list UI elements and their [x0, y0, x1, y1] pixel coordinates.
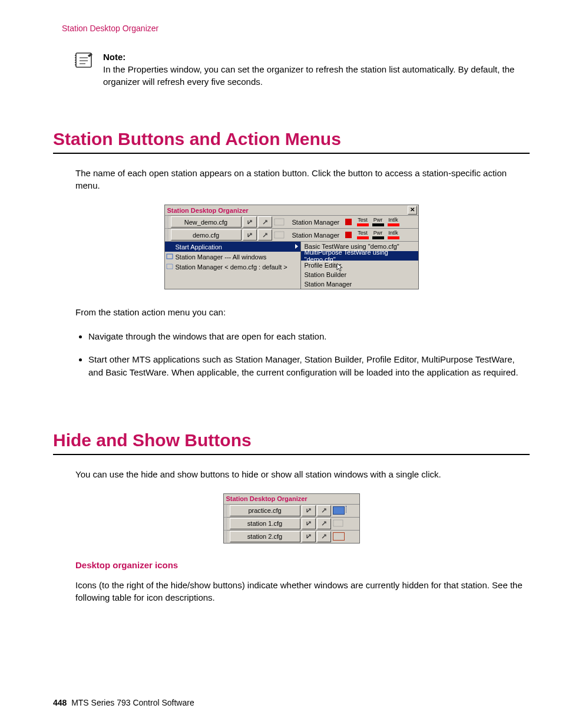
heading-station-buttons: Station Buttons and Action Menus: [53, 129, 530, 154]
menu-start-application[interactable]: Start Application: [165, 242, 300, 252]
windows-status-icon: [273, 230, 286, 240]
indicator-pwr: Pwr: [371, 230, 386, 239]
stop-icon: [345, 232, 352, 238]
show-button[interactable]: [317, 505, 331, 516]
list-item: Navigate through the windows that are op…: [88, 330, 530, 344]
show-button[interactable]: [317, 518, 331, 529]
station-button[interactable]: station 2.cfg: [230, 531, 300, 542]
hide-button[interactable]: [302, 531, 316, 542]
station-button[interactable]: station 1.cfg: [230, 518, 300, 529]
indicator-pwr: Pwr: [371, 218, 386, 226]
station-button[interactable]: demo.cfg: [171, 229, 242, 241]
section1-bullets: Navigate through the windows that are op…: [75, 330, 530, 380]
windows-visible-icon: [332, 506, 345, 516]
hide-button[interactable]: [243, 216, 257, 228]
window-title: Station Desktop Organizer: [225, 495, 308, 502]
status-label: Station Manager: [292, 219, 345, 226]
running-header: Station Desktop Organizer: [62, 24, 530, 33]
windows-hidden-icon: [332, 519, 345, 529]
hide-button[interactable]: [302, 505, 316, 516]
grip-handle[interactable]: [165, 229, 169, 241]
grip-handle[interactable]: [224, 518, 228, 530]
page-footer: 448 MTS Series 793 Control Software: [53, 698, 194, 707]
windows-status-icon: [273, 217, 286, 227]
sub-heading-icons: Desktop organizer icons: [75, 560, 530, 570]
screenshot-organizer-menu: Station Desktop Organizer ✕ New_demo.cfg…: [53, 205, 530, 289]
show-button[interactable]: [258, 216, 272, 228]
indicator-test: Test: [355, 230, 371, 239]
indicator-intlk: Intlk: [386, 230, 401, 239]
show-button[interactable]: [258, 229, 272, 241]
windows-mixed-icon: [332, 532, 345, 542]
stop-icon: [345, 219, 352, 225]
grip-handle[interactable]: [165, 216, 169, 228]
show-button[interactable]: [317, 531, 331, 542]
section1-intro: The name of each open station appears on…: [75, 167, 530, 192]
note-block: Note: In the Properties window, you can …: [74, 51, 530, 88]
submenu-multipurpose-testware[interactable]: MultiPurpose TestWare using "demo.cfg": [301, 251, 418, 261]
list-item: Start other MTS applications such as Sta…: [88, 353, 530, 380]
menu-station-manager-all[interactable]: Station Manager --- All windows: [165, 252, 300, 262]
section2-intro: You can use the hide and show buttons to…: [75, 468, 530, 480]
note-label: Note:: [103, 52, 125, 62]
section2-body: Icons (to the right of the hide/show but…: [75, 579, 530, 604]
hide-button[interactable]: [302, 518, 316, 529]
svg-rect-9: [333, 520, 343, 526]
station-button[interactable]: practice.cfg: [230, 505, 300, 516]
svg-rect-6: [275, 232, 284, 238]
indicator-test: Test: [355, 218, 371, 226]
status-label: Station Manager: [292, 232, 345, 239]
window-title: Station Desktop Organizer: [166, 207, 249, 214]
grip-handle[interactable]: [224, 505, 228, 517]
station-button[interactable]: New_demo.cfg: [171, 216, 242, 228]
note-icon: [74, 51, 95, 88]
svg-rect-5: [275, 219, 284, 225]
hide-button[interactable]: [243, 229, 257, 241]
screenshot-organizer-hideshow: Station Desktop Organizer practice.cfg s…: [53, 493, 530, 543]
svg-rect-7: [167, 254, 173, 259]
indicator-intlk: Intlk: [386, 218, 401, 226]
note-body: In the Properties window, you can set th…: [103, 64, 514, 87]
cursor-icon: [336, 263, 343, 272]
close-icon[interactable]: ✕: [408, 206, 417, 215]
submenu-station-manager[interactable]: Station Manager: [301, 279, 418, 289]
submenu-station-builder[interactable]: Station Builder: [301, 270, 418, 279]
menu-station-manager-demo[interactable]: Station Manager < demo.cfg : default >: [165, 262, 300, 272]
heading-hide-show: Hide and Show Buttons: [53, 430, 530, 455]
section1-lead: From the station action menu you can:: [75, 306, 530, 318]
svg-rect-8: [167, 264, 173, 269]
grip-handle[interactable]: [224, 531, 228, 543]
